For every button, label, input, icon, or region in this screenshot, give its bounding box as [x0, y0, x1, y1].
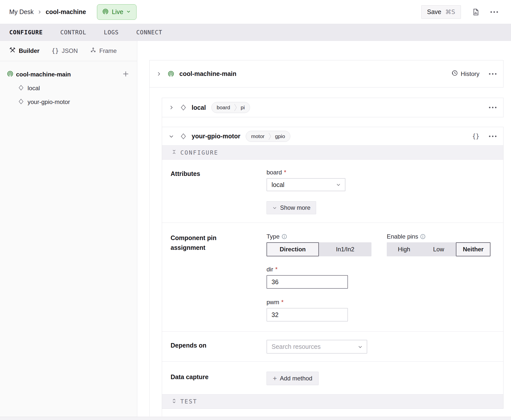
- data-capture-section-label: Data capture: [171, 372, 267, 385]
- enable-pins-toggle-group: High Low Neither: [387, 242, 490, 256]
- machine-part-menu[interactable]: [489, 73, 496, 75]
- mode-builder-label: Builder: [19, 47, 40, 54]
- enable-option-low[interactable]: Low: [421, 242, 456, 256]
- expand-chevron-right-icon[interactable]: [156, 71, 162, 77]
- motor-card-title: your-gpio-motor: [192, 133, 240, 140]
- tree-item-machine-part[interactable]: cool-machine-main: [0, 67, 137, 81]
- local-card-menu[interactable]: [489, 107, 496, 108]
- broadcast-icon: [102, 8, 109, 16]
- more-options-menu[interactable]: [490, 11, 498, 13]
- info-icon[interactable]: [420, 234, 426, 239]
- plus-icon: +: [273, 375, 277, 382]
- tree-item-your-gpio-motor[interactable]: your-gpio-motor: [0, 95, 137, 109]
- dir-field-label: dir *: [267, 266, 503, 273]
- view-mode-switcher: Builder {} JSON Frame: [0, 41, 137, 61]
- mode-json-label: JSON: [62, 47, 78, 54]
- show-more-button[interactable]: Show more: [267, 201, 316, 214]
- type-field: Type Direction In1/In2: [267, 233, 371, 256]
- expand-chevron-right-icon[interactable]: [169, 105, 174, 110]
- tree-item-label: cool-machine-main: [16, 71, 71, 78]
- local-board-card: local board pi: [162, 98, 503, 117]
- depends-on-section-label: Depends on: [171, 341, 267, 354]
- broadcast-icon: [7, 70, 14, 78]
- mode-frame[interactable]: Frame: [90, 47, 117, 55]
- show-more-label: Show more: [280, 204, 310, 211]
- add-resource-button[interactable]: [122, 70, 130, 79]
- machine-part-title: cool-machine-main: [179, 70, 236, 77]
- braces-icon: {}: [52, 47, 59, 54]
- configure-section-bar[interactable]: CONFIGURE: [162, 145, 503, 160]
- board-select-value: local: [272, 181, 336, 188]
- attributes-section: Attributes board * local Show more: [162, 160, 503, 223]
- chevron-down-icon: [336, 182, 341, 187]
- history-button[interactable]: History: [451, 70, 479, 78]
- add-method-label: Add method: [280, 375, 312, 382]
- resource-type-tag: motor gpio: [246, 131, 290, 142]
- data-capture-section: Data capture + Add method: [162, 361, 503, 394]
- mode-builder[interactable]: Builder: [9, 47, 40, 55]
- pwm-input[interactable]: [267, 308, 348, 322]
- resource-type-tag: board pi: [211, 102, 250, 113]
- tab-control[interactable]: CONTROL: [60, 29, 86, 36]
- attributes-section-label: Attributes: [171, 169, 267, 214]
- board-select[interactable]: local: [267, 178, 345, 191]
- diamond-icon: [180, 104, 187, 111]
- tree-item-local[interactable]: local: [0, 81, 137, 95]
- tree-indent-line: [149, 87, 150, 416]
- breadcrumb: My Desk cool-machine: [9, 8, 86, 16]
- enable-pins-field-label: Enable pins: [387, 233, 490, 240]
- machine-part-card: cool-machine-main History: [149, 60, 503, 87]
- tag-model: gpio: [271, 133, 289, 139]
- history-clock-icon: [451, 70, 458, 78]
- info-icon[interactable]: [282, 234, 287, 239]
- motor-card-menu[interactable]: [489, 136, 496, 137]
- tab-logs[interactable]: LOGS: [104, 29, 119, 36]
- diamond-icon: [18, 98, 24, 106]
- history-label: History: [461, 70, 479, 77]
- configure-section-label: CONFIGURE: [180, 149, 218, 156]
- test-section-label: TEST: [180, 398, 197, 405]
- dir-input[interactable]: [267, 275, 348, 289]
- breadcrumb-parent-link[interactable]: My Desk: [9, 8, 34, 16]
- status-label: Live: [112, 8, 123, 16]
- chevron-down-icon: [126, 9, 131, 15]
- collapse-section-icon: [171, 149, 177, 156]
- tab-configure[interactable]: CONFIGURE: [9, 29, 43, 36]
- frame-axes-icon: [90, 47, 96, 55]
- type-toggle-group: Direction In1/In2: [267, 242, 371, 256]
- stats-document-icon[interactable]: [472, 8, 479, 16]
- depends-on-select[interactable]: Search resources: [267, 340, 367, 354]
- mode-json[interactable]: {} JSON: [52, 47, 78, 54]
- required-marker: *: [281, 299, 284, 306]
- code-braces-icon[interactable]: {}: [472, 133, 479, 140]
- bottom-panel-edge: [0, 417, 511, 420]
- diamond-icon: [180, 133, 187, 140]
- type-field-label: Type: [267, 233, 371, 240]
- enable-pins-field: Enable pins High Low Neither: [387, 233, 490, 256]
- tag-divider: [234, 103, 237, 112]
- enable-option-high[interactable]: High: [387, 242, 421, 256]
- top-bar-actions: Save ⌘S: [421, 5, 498, 19]
- broadcast-icon: [168, 70, 174, 77]
- required-marker: *: [275, 266, 278, 273]
- chevron-right-icon: [38, 10, 42, 14]
- tab-connect[interactable]: CONNECT: [136, 29, 162, 36]
- tag-divider: [269, 132, 271, 140]
- main-tab-bar: CONFIGURE CONTROL LOGS CONNECT: [0, 24, 511, 41]
- machine-status-badge[interactable]: Live: [97, 4, 137, 20]
- tools-icon: [9, 47, 16, 55]
- board-field-label: board *: [267, 169, 503, 176]
- save-button[interactable]: Save ⌘S: [421, 5, 461, 19]
- tag-model: pi: [237, 104, 249, 111]
- collapse-chevron-down-icon[interactable]: [169, 134, 174, 139]
- chevron-down-icon: [358, 344, 363, 349]
- dir-field: dir *: [267, 266, 503, 289]
- type-option-in1in2[interactable]: In1/In2: [319, 242, 371, 256]
- pin-assignment-section: Component pin assignment Type: [162, 223, 503, 331]
- type-option-direction[interactable]: Direction: [267, 242, 319, 256]
- config-main-panel: cool-machine-main History: [137, 41, 511, 420]
- top-bar: My Desk cool-machine Live Save ⌘S: [0, 0, 511, 24]
- add-method-button[interactable]: + Add method: [267, 372, 319, 385]
- test-section-bar[interactable]: TEST: [162, 394, 503, 408]
- enable-option-neither[interactable]: Neither: [456, 242, 490, 256]
